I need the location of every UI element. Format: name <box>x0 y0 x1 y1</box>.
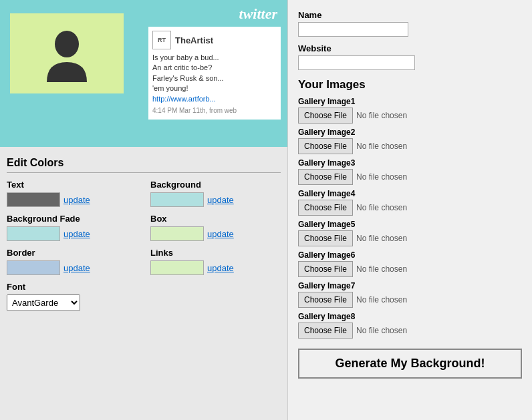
choose-file-button-1[interactable]: Choose File <box>298 108 353 124</box>
website-field-group: Website <box>298 43 522 70</box>
image-rows-container: Gallery Image1Choose FileNo file chosenG… <box>298 97 522 339</box>
left-panel: twitter RT TheArtist Is your baby a bud.… <box>0 0 287 420</box>
gallery-image-label-2: Gallery Image2 <box>298 128 522 137</box>
twitter-logo: twitter <box>154 5 284 23</box>
twitter-card-logo: RT <box>152 31 171 49</box>
bg-fade-color-update[interactable]: update <box>63 229 90 239</box>
twitter-card-text: Is your baby a bud... An art critic to-b… <box>152 53 277 116</box>
links-color-update[interactable]: update <box>207 263 234 273</box>
twitter-card-header: RT TheArtist <box>152 31 277 49</box>
bg-color-update[interactable]: update <box>207 195 234 205</box>
choose-file-button-4[interactable]: Choose File <box>298 200 353 216</box>
gallery-image-controls-4: Choose FileNo file chosen <box>298 200 522 216</box>
image-row: Gallery Image3Choose FileNo file chosen <box>298 158 522 185</box>
choose-file-button-6[interactable]: Choose File <box>298 261 353 277</box>
edit-colors-title: Edit Colors <box>7 157 281 173</box>
edit-colors-section: Edit Colors Text update Background updat… <box>0 147 287 321</box>
preview-green-box <box>10 13 124 93</box>
border-color-label: Border <box>7 248 137 258</box>
text-color-row: Text update <box>7 180 137 207</box>
gallery-image-label-8: Gallery Image8 <box>298 312 522 321</box>
no-file-text-6: No file chosen <box>356 264 407 274</box>
bg-color-swatch <box>150 192 204 207</box>
twitter-line3: Farley's Rusk & son... <box>152 73 277 83</box>
box-color-row: Box update <box>150 214 281 241</box>
text-color-swatch <box>7 192 60 207</box>
image-row: Gallery Image1Choose FileNo file chosen <box>298 97 522 124</box>
twitter-line4: 'em young! <box>152 83 277 93</box>
bg-fade-color-row: Background Fade update <box>7 214 137 241</box>
twitter-meta: 4:14 PM Mar 11th, from web <box>152 106 277 116</box>
right-panel: Name Website Your Images Gallery Image1C… <box>287 0 532 420</box>
website-input[interactable] <box>298 55 415 70</box>
font-select[interactable]: AvantGarde Arial Georgia Times New Roman <box>7 294 80 311</box>
gallery-image-controls-3: Choose FileNo file chosen <box>298 169 522 185</box>
twitter-link: http://www.artforb... <box>152 94 277 104</box>
gallery-image-controls-1: Choose FileNo file chosen <box>298 108 522 124</box>
no-file-text-3: No file chosen <box>356 172 407 182</box>
gallery-image-label-6: Gallery Image6 <box>298 250 522 260</box>
border-color-row: Border update <box>7 248 137 275</box>
border-color-swatch <box>7 260 60 275</box>
links-color-swatch <box>150 260 204 275</box>
links-color-row: Links update <box>150 248 281 275</box>
gallery-image-label-4: Gallery Image4 <box>298 189 522 198</box>
bg-color-row: Background update <box>150 180 281 207</box>
gallery-image-label-5: Gallery Image5 <box>298 220 522 229</box>
box-color-label: Box <box>150 214 281 224</box>
bg-fade-color-swatch <box>7 226 60 241</box>
twitter-line2: An art critic to-be? <box>152 63 277 73</box>
gallery-image-label-7: Gallery Image7 <box>298 281 522 290</box>
bg-color-label: Background <box>150 180 281 190</box>
generate-button[interactable]: Generate My Background! <box>298 349 522 379</box>
gallery-image-controls-8: Choose FileNo file chosen <box>298 323 522 339</box>
twitter-card-username: TheArtist <box>175 35 213 45</box>
choose-file-button-2[interactable]: Choose File <box>298 138 353 154</box>
bg-fade-color-label: Background Fade <box>7 214 137 224</box>
image-row: Gallery Image4Choose FileNo file chosen <box>298 189 522 216</box>
no-file-text-7: No file chosen <box>356 295 407 304</box>
color-grid: Text update Background update Background… <box>7 180 281 275</box>
twitter-card: RT TheArtist Is your baby a bud... An ar… <box>148 27 281 120</box>
gallery-image-controls-7: Choose FileNo file chosen <box>298 292 522 308</box>
no-file-text-2: No file chosen <box>356 142 407 151</box>
choose-file-button-7[interactable]: Choose File <box>298 292 353 308</box>
gallery-image-controls-6: Choose FileNo file chosen <box>298 261 522 277</box>
box-color-swatch <box>150 226 204 241</box>
choose-file-button-5[interactable]: Choose File <box>298 230 353 246</box>
no-file-text-4: No file chosen <box>356 203 407 212</box>
svg-point-0 <box>55 31 79 57</box>
text-color-update[interactable]: update <box>63 195 90 205</box>
font-section: Font AvantGarde Arial Georgia Times New … <box>7 282 281 311</box>
avatar-icon <box>43 25 90 82</box>
gallery-image-label-1: Gallery Image1 <box>298 97 522 106</box>
name-label: Name <box>298 10 522 20</box>
font-label: Font <box>7 282 281 292</box>
no-file-text-8: No file chosen <box>356 326 407 335</box>
gallery-image-controls-5: Choose FileNo file chosen <box>298 230 522 246</box>
twitter-card-logo-text: RT <box>158 37 166 43</box>
image-row: Gallery Image8Choose FileNo file chosen <box>298 312 522 339</box>
image-row: Gallery Image6Choose FileNo file chosen <box>298 250 522 277</box>
name-field-group: Name <box>298 10 522 37</box>
choose-file-button-3[interactable]: Choose File <box>298 169 353 185</box>
choose-file-button-8[interactable]: Choose File <box>298 323 353 339</box>
name-input[interactable] <box>298 22 408 37</box>
box-color-update[interactable]: update <box>207 229 234 239</box>
no-file-text-1: No file chosen <box>356 111 407 120</box>
website-label: Website <box>298 43 522 53</box>
twitter-line1: Is your baby a bud... <box>152 53 277 63</box>
gallery-image-controls-2: Choose FileNo file chosen <box>298 138 522 154</box>
image-row: Gallery Image2Choose FileNo file chosen <box>298 128 522 154</box>
no-file-text-5: No file chosen <box>356 234 407 243</box>
twitter-text-logo: twitter <box>239 5 277 22</box>
your-images-title: Your Images <box>298 78 522 91</box>
links-color-label: Links <box>150 248 281 258</box>
gallery-image-label-3: Gallery Image3 <box>298 158 522 168</box>
border-color-update[interactable]: update <box>63 263 90 273</box>
image-row: Gallery Image5Choose FileNo file chosen <box>298 220 522 246</box>
text-color-label: Text <box>7 180 137 190</box>
preview-area: twitter RT TheArtist Is your baby a bud.… <box>0 0 287 147</box>
image-row: Gallery Image7Choose FileNo file chosen <box>298 281 522 308</box>
